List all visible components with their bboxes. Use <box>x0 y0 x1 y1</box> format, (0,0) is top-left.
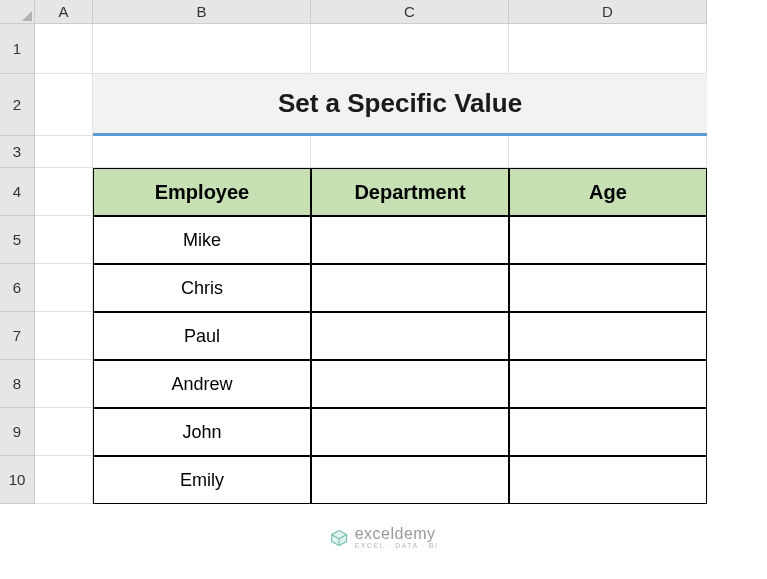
watermark: exceldemy EXCEL · DATA · BI <box>329 526 439 549</box>
cell-a9[interactable] <box>35 408 93 456</box>
col-header-b[interactable]: B <box>93 0 311 24</box>
row-header-7[interactable]: 7 <box>0 312 35 360</box>
cell-a4[interactable] <box>35 168 93 216</box>
cell-a5[interactable] <box>35 216 93 264</box>
table-cell-employee[interactable]: Andrew <box>93 360 311 408</box>
col-header-d[interactable]: D <box>509 0 707 24</box>
row-header-3[interactable]: 3 <box>0 136 35 168</box>
table-cell-department[interactable] <box>311 312 509 360</box>
table-cell-department[interactable] <box>311 360 509 408</box>
row-header-9[interactable]: 9 <box>0 408 35 456</box>
table-cell-employee[interactable]: Chris <box>93 264 311 312</box>
title-cell[interactable]: Set a Specific Value <box>93 74 707 136</box>
watermark-sub: EXCEL · DATA · BI <box>355 542 439 549</box>
table-cell-department[interactable] <box>311 216 509 264</box>
table-cell-employee[interactable]: John <box>93 408 311 456</box>
cell-a2[interactable] <box>35 74 93 136</box>
table-cell-age[interactable] <box>509 312 707 360</box>
row-header-2[interactable]: 2 <box>0 74 35 136</box>
cell-a8[interactable] <box>35 360 93 408</box>
row-header-8[interactable]: 8 <box>0 360 35 408</box>
table-cell-employee[interactable]: Mike <box>93 216 311 264</box>
table-cell-department[interactable] <box>311 456 509 504</box>
table-header-employee[interactable]: Employee <box>93 168 311 216</box>
table-cell-department[interactable] <box>311 264 509 312</box>
watermark-main: exceldemy <box>355 526 439 542</box>
cell-a3[interactable] <box>35 136 93 168</box>
table-cell-age[interactable] <box>509 360 707 408</box>
cell-c1[interactable] <box>311 24 509 74</box>
exceldemy-logo-icon <box>329 528 349 548</box>
spreadsheet-grid: A B C D 1 2 Set a Specific Value 3 4 Emp… <box>0 0 767 504</box>
col-header-a[interactable]: A <box>35 0 93 24</box>
cell-a1[interactable] <box>35 24 93 74</box>
row-header-1[interactable]: 1 <box>0 24 35 74</box>
table-cell-department[interactable] <box>311 408 509 456</box>
cell-a10[interactable] <box>35 456 93 504</box>
table-cell-employee[interactable]: Emily <box>93 456 311 504</box>
row-header-6[interactable]: 6 <box>0 264 35 312</box>
table-cell-age[interactable] <box>509 456 707 504</box>
row-header-10[interactable]: 10 <box>0 456 35 504</box>
cell-d3[interactable] <box>509 136 707 168</box>
table-cell-age[interactable] <box>509 408 707 456</box>
table-cell-age[interactable] <box>509 264 707 312</box>
cell-a6[interactable] <box>35 264 93 312</box>
cell-c3[interactable] <box>311 136 509 168</box>
row-header-5[interactable]: 5 <box>0 216 35 264</box>
watermark-text: exceldemy EXCEL · DATA · BI <box>355 526 439 549</box>
table-cell-employee[interactable]: Paul <box>93 312 311 360</box>
col-header-c[interactable]: C <box>311 0 509 24</box>
table-header-department[interactable]: Department <box>311 168 509 216</box>
cell-b1[interactable] <box>93 24 311 74</box>
row-header-4[interactable]: 4 <box>0 168 35 216</box>
table-cell-age[interactable] <box>509 216 707 264</box>
cell-b3[interactable] <box>93 136 311 168</box>
select-all-corner[interactable] <box>0 0 35 24</box>
cell-a7[interactable] <box>35 312 93 360</box>
table-header-age[interactable]: Age <box>509 168 707 216</box>
cell-d1[interactable] <box>509 24 707 74</box>
